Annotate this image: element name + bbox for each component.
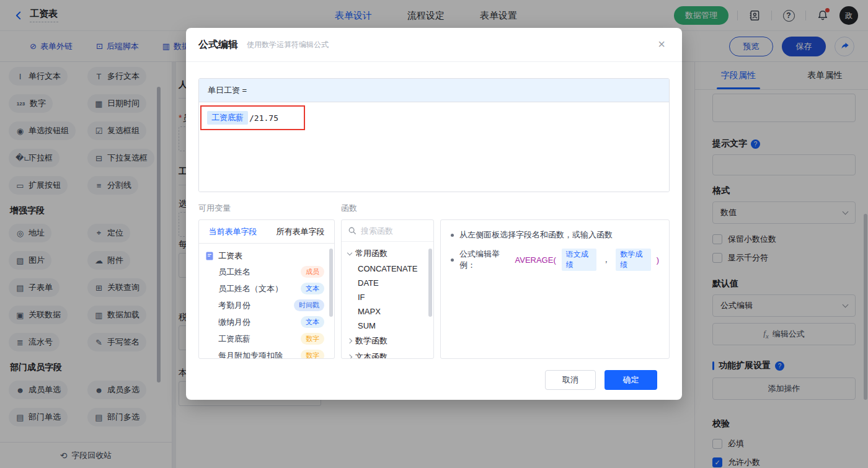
variables-root-label: 工资表	[218, 250, 242, 262]
function-item[interactable]: MAPX	[342, 304, 433, 319]
function-item[interactable]: CONCATENATE	[342, 262, 433, 276]
field-type-badge: 数字	[301, 333, 324, 345]
formula-modal: 公式编辑 使用数学运算符编辑公式 × 单日工资 = 工资底薪 /21.75 可用…	[186, 28, 682, 400]
function-search[interactable]	[342, 220, 433, 242]
variables-tab-0[interactable]: 当前表单字段	[199, 226, 267, 237]
chevron-right-icon	[347, 338, 352, 343]
variable-row[interactable]: 每月附加专项扣除数字	[199, 347, 334, 359]
modal-subtitle: 使用数学运算符编辑公式	[247, 40, 329, 50]
variable-name: 员工姓名	[218, 267, 250, 278]
tip-2-prefix: 公式编辑举例：	[459, 249, 510, 271]
formula-expression: /21.75	[249, 113, 278, 123]
formula-target: 单日工资 =	[199, 79, 669, 102]
variable-row[interactable]: 工资底薪数字	[199, 330, 334, 347]
function-group-label: 文本函数	[355, 351, 388, 359]
bullet-icon	[451, 234, 454, 237]
field-type-badge: 文本	[301, 316, 324, 328]
variables-tab-1[interactable]: 所有表单字段	[267, 226, 334, 237]
variable-chip[interactable]: 工资底薪	[207, 111, 248, 125]
panel-labels-row: 可用变量 函数	[198, 203, 670, 214]
modal-footer: 取消 确定	[198, 359, 670, 390]
functions-panel: 常用函数CONCATENATEDATEIFMAPXSUM数学函数文本函数	[341, 219, 434, 359]
form-doc-icon	[205, 252, 214, 260]
functions-label: 函数	[341, 203, 357, 214]
confirm-button[interactable]: 确定	[604, 370, 657, 390]
field-type-badge: 时间戳	[294, 299, 324, 311]
variable-name: 每月附加专项扣除	[218, 350, 283, 360]
function-group-label: 数学函数	[355, 335, 388, 347]
search-icon	[348, 226, 356, 235]
modal-header: 公式编辑 使用数学运算符编辑公式 ×	[186, 28, 682, 62]
tip-line-1: 从左侧面板选择字段名和函数，或输入函数	[451, 229, 659, 241]
function-group[interactable]: 常用函数	[342, 245, 433, 262]
cancel-button[interactable]: 取消	[545, 370, 596, 390]
function-item[interactable]: IF	[342, 290, 433, 304]
chevron-down-icon	[347, 250, 352, 255]
variables-panel: 当前表单字段所有表单字段 工资表 员工姓名成员员工姓名（文本）文本考勤月份时间戳…	[198, 219, 335, 359]
function-group[interactable]: 数学函数	[342, 333, 433, 349]
function-group[interactable]: 文本函数	[342, 349, 433, 359]
variable-row[interactable]: 考勤月份时间戳	[199, 297, 334, 314]
tips-panel: 从左侧面板选择字段名和函数，或输入函数 公式编辑举例：AVERAGE( 语文成绩…	[440, 219, 670, 359]
functions-scrollbar[interactable]	[428, 249, 432, 317]
variable-name: 考勤月份	[218, 300, 250, 311]
function-group-label: 常用函数	[355, 248, 388, 259]
variables-root-node[interactable]: 工资表	[199, 249, 334, 263]
tip-1-text: 从左侧面板选择字段名和函数，或输入函数	[459, 229, 613, 241]
variables-list: 工资表 员工姓名成员员工姓名（文本）文本考勤月份时间戳缴纳月份文本工资底薪数字每…	[199, 244, 334, 359]
annotation-highlight: 工资底薪 /21.75	[200, 105, 305, 130]
variable-row[interactable]: 员工姓名（文本）文本	[199, 280, 334, 297]
tip-2-function-open: AVERAGE(	[515, 255, 556, 265]
field-type-badge: 成员	[301, 266, 324, 278]
tips-body: 从左侧面板选择字段名和函数，或输入函数 公式编辑举例：AVERAGE( 语文成绩…	[441, 220, 669, 288]
formula-input-area[interactable]: 工资底薪 /21.75	[199, 102, 669, 192]
modal-title: 公式编辑	[198, 38, 238, 51]
function-item[interactable]: SUM	[342, 319, 433, 333]
formula-editor: 单日工资 = 工资底薪 /21.75	[198, 78, 670, 192]
tip-2-comma: ，	[602, 254, 610, 265]
variables-tabs: 当前表单字段所有表单字段	[199, 220, 334, 244]
variable-row[interactable]: 员工姓名成员	[199, 263, 334, 280]
variables-scrollbar[interactable]	[329, 249, 333, 317]
close-icon[interactable]: ×	[655, 38, 668, 50]
tip-2-function-close: )	[657, 255, 659, 265]
field-type-badge: 数字	[301, 350, 324, 359]
variables-label: 可用变量	[198, 203, 341, 214]
tip-example-chip-1: 语文成绩	[562, 249, 596, 271]
field-type-badge: 文本	[301, 283, 324, 294]
tip-line-2: 公式编辑举例：AVERAGE( 语文成绩 ， 数学成绩 )	[451, 249, 659, 271]
app: 工资表 表单设计流程设定表单设置 数据管理 ?	[0, 0, 868, 468]
tip-example-chip-2: 数学成绩	[616, 249, 650, 271]
variable-row[interactable]: 缴纳月份文本	[199, 314, 334, 330]
function-tree: 常用函数CONCATENATEDATEIFMAPXSUM数学函数文本函数	[342, 242, 433, 359]
bullet-icon	[451, 258, 454, 262]
panels-row: 当前表单字段所有表单字段 工资表 员工姓名成员员工姓名（文本）文本考勤月份时间戳…	[198, 219, 670, 359]
chevron-right-icon	[347, 355, 352, 359]
variable-name: 工资底薪	[218, 333, 250, 345]
variable-name: 缴纳月份	[218, 317, 250, 328]
modal-body: 单日工资 = 工资底薪 /21.75 可用变量 函数 当前表单字段所有表单字段	[186, 62, 682, 390]
variable-name: 员工姓名（文本）	[218, 283, 283, 294]
function-search-input[interactable]	[361, 226, 423, 236]
function-item[interactable]: DATE	[342, 276, 433, 290]
